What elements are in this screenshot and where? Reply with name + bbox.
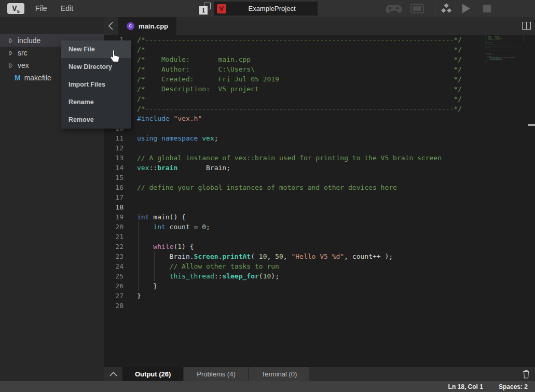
- code-line[interactable]: [137, 173, 462, 183]
- line-number: 11: [104, 133, 130, 143]
- indent-guide: [138, 222, 139, 291]
- indentation-setting[interactable]: Spaces: 2: [499, 383, 528, 390]
- code-line[interactable]: /* */: [137, 94, 462, 104]
- context-menu: New FileNew DirectoryImport FilesRenameR…: [61, 40, 131, 129]
- tab-label: main.cpp: [139, 22, 168, 30]
- sidebar-item-label: vex: [18, 61, 29, 69]
- line-number: 18: [104, 202, 130, 212]
- code-line[interactable]: }: [137, 281, 462, 291]
- code-line[interactable]: Brain.Screen.printAt( 10, 50, "Hello V5 …: [137, 251, 462, 261]
- code-line: [485, 62, 490, 63]
- folder-collapsed-icon: [9, 50, 13, 56]
- top-bar: V5 File Edit 1 ExampleProject: [0, 0, 535, 17]
- line-number: 23: [104, 251, 130, 261]
- code-line[interactable]: // Allow other tasks to run: [137, 261, 462, 271]
- code-line[interactable]: /*--------------------------------------…: [137, 35, 462, 45]
- toolbar-divider: [501, 2, 501, 15]
- panel-tab-output[interactable]: Output (26): [122, 367, 183, 381]
- code-line[interactable]: [137, 143, 462, 153]
- minimap[interactable]: /*--------------------------------------…: [485, 34, 528, 71]
- code-line[interactable]: [137, 301, 462, 311]
- code-line[interactable]: /* Author: C:\Users\ */: [137, 64, 462, 74]
- folder-collapsed-icon: [9, 38, 13, 44]
- line-number: 28: [104, 301, 130, 311]
- split-editor-icon[interactable]: [522, 22, 531, 30]
- menu-file[interactable]: File: [35, 0, 47, 17]
- code-line[interactable]: /* Created: Fri Jul 05 2019 */: [137, 74, 462, 84]
- controller-icon[interactable]: [386, 4, 402, 14]
- code-editor[interactable]: 1234567891011121314151617181920212223242…: [104, 35, 535, 367]
- code-line[interactable]: /* Description: V5 project */: [137, 84, 462, 94]
- folder-collapsed-icon: [9, 63, 13, 68]
- sidebar-item-label: include: [18, 36, 40, 45]
- project-title-box[interactable]: ExampleProject: [214, 2, 318, 16]
- line-number: 26: [104, 281, 130, 291]
- panel-tab-problems[interactable]: Problems (4): [184, 367, 248, 381]
- line-number: 25: [104, 271, 130, 281]
- code-line[interactable]: [137, 232, 462, 242]
- trash-icon: [523, 370, 530, 379]
- status-bar: Ln 18, Col 1 Spaces: 2: [0, 381, 535, 392]
- download-cubes-icon[interactable]: [441, 3, 452, 14]
- tab-main-cpp[interactable]: C main.cpp: [118, 17, 176, 35]
- menu-edit[interactable]: Edit: [61, 0, 73, 17]
- code-line: #include "vex.h": [485, 42, 490, 43]
- project-name: ExampleProject: [226, 5, 318, 12]
- line-number: 15: [104, 173, 130, 183]
- brain-screen-icon[interactable]: [410, 4, 424, 13]
- panel-tab-terminal[interactable]: Terminal (0): [249, 367, 310, 381]
- line-number: 24: [104, 261, 130, 271]
- code-line[interactable]: while(1) {: [137, 242, 462, 251]
- vex-v5-logo: V5: [7, 3, 24, 14]
- code-line[interactable]: [137, 123, 462, 133]
- code-line[interactable]: [137, 192, 462, 202]
- panel-collapse-button[interactable]: [104, 367, 122, 381]
- line-number: 17: [104, 192, 130, 202]
- overview-ruler-cursor: [528, 124, 535, 126]
- code-line[interactable]: // define your global instances of motor…: [137, 183, 462, 192]
- code-line[interactable]: /* Module: main.cpp */: [137, 54, 462, 64]
- context-menu-item-remove[interactable]: Remove: [61, 111, 131, 129]
- code-line[interactable]: int count = 0;: [137, 222, 462, 232]
- code-line[interactable]: using namespace vex;: [137, 133, 462, 143]
- sidebar-item-label: src: [18, 49, 28, 57]
- code-line[interactable]: // A global instance of vex::brain used …: [137, 153, 462, 163]
- indent-guide: [154, 251, 155, 281]
- code-line[interactable]: int main() {: [137, 212, 462, 222]
- slot-number: 1: [199, 6, 208, 15]
- editor-tab-strip: C main.cpp: [104, 17, 535, 35]
- context-menu-item-import-files[interactable]: Import Files: [61, 76, 131, 93]
- code-line[interactable]: /*--------------------------------------…: [137, 104, 462, 114]
- context-menu-item-new-directory[interactable]: New Directory: [61, 58, 131, 76]
- code-line[interactable]: [137, 202, 462, 212]
- hand-cursor-icon: [109, 49, 120, 63]
- code-line: using namespace vex;: [485, 44, 490, 45]
- code-line[interactable]: }: [137, 291, 462, 301]
- code-line: // define your global instances of motor…: [485, 49, 490, 50]
- toolbar-divider: [435, 2, 435, 15]
- context-menu-item-new-file[interactable]: New File: [61, 40, 131, 58]
- code-line[interactable]: vex::brain Brain;: [137, 163, 462, 173]
- line-number: 14: [104, 163, 130, 173]
- code-line[interactable]: this_thread::sleep_for(10);: [137, 271, 462, 281]
- code-line: vex::brain Brain;: [485, 47, 490, 48]
- code-line[interactable]: /* */: [137, 45, 462, 54]
- clear-output-button[interactable]: [517, 367, 535, 381]
- play-icon[interactable]: [462, 4, 471, 13]
- line-number: 20: [104, 222, 130, 232]
- line-number: 13: [104, 153, 130, 163]
- line-number: 19: [104, 212, 130, 222]
- line-number: 21: [104, 232, 130, 242]
- stop-icon[interactable]: [483, 5, 491, 12]
- slot-selector[interactable]: 1: [199, 3, 212, 15]
- cursor-position[interactable]: Ln 18, Col 1: [448, 383, 483, 390]
- line-number: 22: [104, 242, 130, 251]
- cpp-file-icon: C: [127, 22, 134, 30]
- line-number: 27: [104, 291, 130, 301]
- back-chevron-icon[interactable]: [108, 22, 115, 30]
- code-line[interactable]: #include "vex.h": [137, 114, 462, 123]
- code-lines[interactable]: /*--------------------------------------…: [137, 35, 462, 311]
- makefile-icon: M: [15, 74, 21, 82]
- code-line: int count = 0;: [485, 54, 490, 55]
- context-menu-item-rename[interactable]: Rename: [61, 93, 131, 111]
